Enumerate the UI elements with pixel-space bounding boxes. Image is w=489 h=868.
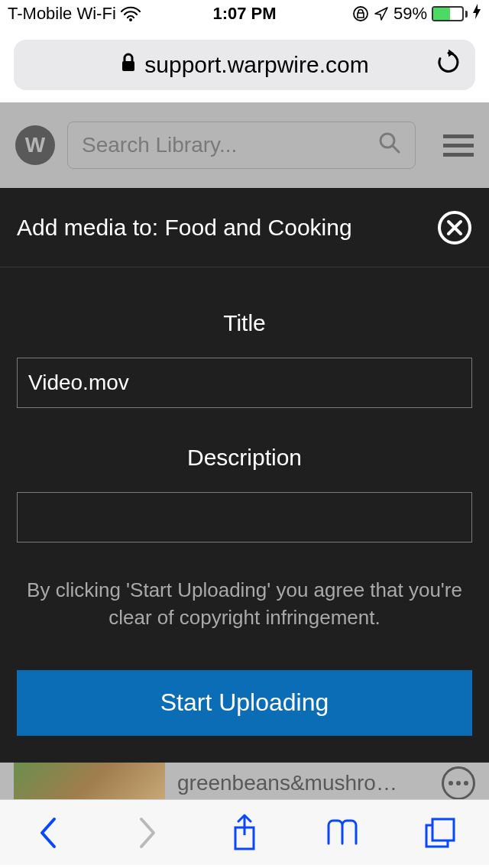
charging-icon bbox=[472, 3, 481, 24]
start-uploading-button[interactable]: Start Uploading bbox=[17, 670, 472, 736]
reload-button[interactable] bbox=[436, 50, 461, 81]
title-field-label: Title bbox=[17, 310, 472, 336]
svg-line-4 bbox=[393, 146, 399, 152]
search-icon bbox=[378, 131, 401, 160]
status-left: T-Mobile Wi-Fi bbox=[8, 4, 212, 24]
url-text: support.warpwire.com bbox=[144, 52, 368, 78]
ios-status-bar: T-Mobile Wi-Fi 1:07 PM 59% bbox=[0, 0, 489, 28]
modal-header: Add media to: Food and Cooking bbox=[0, 188, 489, 267]
svg-point-1 bbox=[354, 7, 368, 21]
wifi-icon bbox=[121, 6, 141, 21]
safari-toolbar bbox=[0, 799, 489, 865]
battery-icon bbox=[432, 6, 468, 21]
warpwire-header: W Search Library... bbox=[0, 102, 489, 188]
orientation-lock-icon bbox=[352, 5, 369, 22]
share-button[interactable] bbox=[222, 810, 267, 856]
address-field[interactable]: support.warpwire.com bbox=[14, 40, 475, 90]
close-button[interactable] bbox=[437, 210, 472, 245]
bookmarks-button[interactable] bbox=[319, 810, 365, 856]
https-lock-icon bbox=[120, 52, 137, 78]
back-button[interactable] bbox=[26, 810, 72, 856]
more-options-button[interactable] bbox=[442, 766, 475, 800]
status-time: 1:07 PM bbox=[212, 4, 276, 24]
svg-rect-2 bbox=[122, 61, 134, 71]
media-thumbnail bbox=[14, 763, 165, 804]
safari-address-bar: support.warpwire.com bbox=[0, 28, 489, 102]
description-field-label: Description bbox=[17, 445, 472, 471]
forward-button[interactable] bbox=[124, 810, 170, 856]
title-input[interactable] bbox=[17, 358, 472, 408]
warpwire-logo[interactable]: W bbox=[15, 125, 55, 165]
carrier-label: T-Mobile Wi-Fi bbox=[8, 4, 116, 24]
battery-pct: 59% bbox=[393, 4, 427, 24]
description-input[interactable] bbox=[17, 492, 472, 542]
search-library-input[interactable]: Search Library... bbox=[67, 121, 416, 169]
status-right: 59% bbox=[277, 3, 481, 24]
media-title: greenbeans&mushro… bbox=[165, 771, 442, 795]
menu-button[interactable] bbox=[443, 134, 474, 157]
modal-title: Add media to: Food and Cooking bbox=[17, 215, 352, 241]
svg-rect-9 bbox=[432, 819, 454, 840]
add-media-modal: Add media to: Food and Cooking Title Des… bbox=[0, 188, 489, 763]
search-placeholder: Search Library... bbox=[82, 133, 237, 157]
media-list-item[interactable]: greenbeans&mushro… bbox=[0, 763, 489, 804]
copyright-disclaimer: By clicking 'Start Uploading' you agree … bbox=[17, 576, 472, 632]
svg-point-0 bbox=[129, 18, 132, 21]
tabs-button[interactable] bbox=[417, 810, 463, 856]
location-icon bbox=[374, 6, 389, 21]
